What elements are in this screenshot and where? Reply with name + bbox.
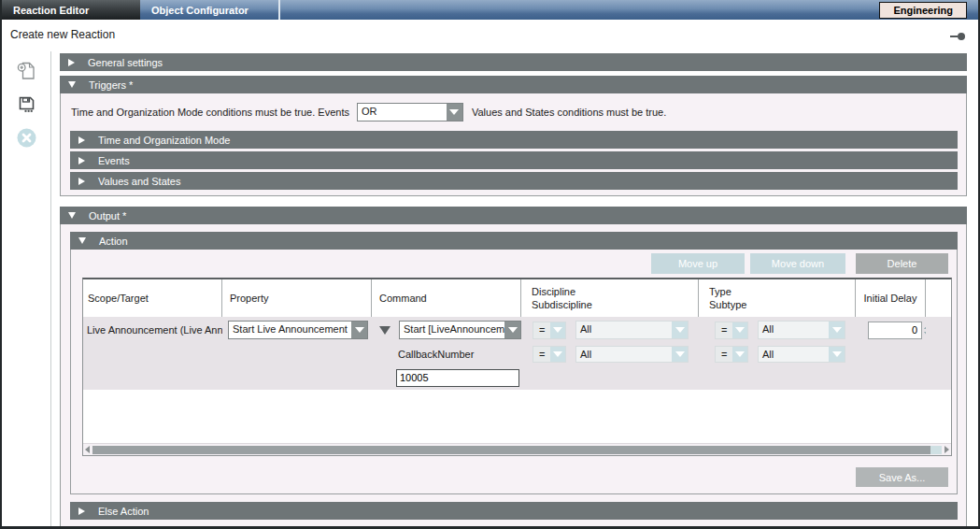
tab-label: Reaction Editor <box>13 5 89 16</box>
column-header-property: Property <box>222 279 372 317</box>
command-dropdown[interactable]: Start [LiveAnnouncement] <box>399 321 521 339</box>
column-header-command: Command <box>372 279 521 317</box>
column-header-scope-target: Scope/Target <box>83 279 222 317</box>
page-title: Create new Reaction <box>10 28 115 41</box>
chevron-down-icon <box>829 322 845 338</box>
chevron-down-icon <box>78 237 86 244</box>
section-output: Output * Action Move up Move down Delete <box>60 207 967 528</box>
chevron-down-icon <box>732 347 747 362</box>
move-up-button[interactable]: Move up <box>651 253 745 274</box>
save-as-row: Save As... <box>71 456 957 493</box>
column-header-type: TypeSubtype <box>699 279 856 317</box>
left-toolbar <box>2 51 51 529</box>
save-as-button[interactable]: Save As... <box>856 467 948 487</box>
title-row: Create new Reaction <box>2 20 978 51</box>
command-expander-icon[interactable] <box>379 326 391 335</box>
subdiscipline-dropdown[interactable]: All <box>575 346 689 363</box>
subdiscipline-operator-dropdown[interactable]: = <box>533 346 566 363</box>
parameter-label: CallbackNumber <box>372 349 474 360</box>
events-operator-dropdown[interactable]: OR <box>357 103 463 122</box>
chevron-right-icon <box>68 59 75 66</box>
chevron-down-icon <box>550 322 565 338</box>
section-time-organization-mode[interactable]: Time and Organization Mode <box>70 131 958 149</box>
section-action: Action Move up Move down Delete Scope/Ta… <box>70 232 958 494</box>
section-triggers-header[interactable]: Triggers * <box>60 76 967 93</box>
scroll-right-icon[interactable] <box>944 446 949 453</box>
save-icon[interactable] <box>15 93 37 115</box>
app-window: Reaction Editor Object Configurator Engi… <box>0 0 980 529</box>
discipline-dropdown[interactable]: All <box>575 321 689 339</box>
type-operator-dropdown[interactable]: = <box>715 322 748 339</box>
chevron-down-icon <box>732 322 747 338</box>
chevron-down-icon <box>672 322 688 338</box>
chevron-down-icon <box>351 322 367 338</box>
action-button-row: Move up Move down Delete <box>71 250 957 274</box>
trigger-condition-row: Time and Organization Mode conditions mu… <box>71 103 958 122</box>
output-body: Action Move up Move down Delete Scope/Ta… <box>61 224 966 527</box>
column-header-discipline: DisciplineSubdiscipline <box>521 279 699 317</box>
scrollbar-track-rest <box>930 446 942 454</box>
chevron-right-icon <box>78 136 85 144</box>
spinner-arrows[interactable] <box>924 324 926 336</box>
section-events[interactable]: Events <box>70 151 958 169</box>
callback-number-input[interactable] <box>396 369 519 387</box>
chevron-down-icon <box>68 81 76 88</box>
scope-target-value: Live Announcement (Live Announcement) <box>83 324 222 336</box>
property-dropdown[interactable]: Start Live Announcement <box>228 321 368 339</box>
pin-icon[interactable] <box>950 33 965 40</box>
condition-text-after: Values and States conditions must be tru… <box>472 107 666 118</box>
tab-reaction-editor[interactable]: Reaction Editor <box>2 0 140 20</box>
editor-content: General settings Triggers * Time and Org… <box>51 51 978 529</box>
chevron-down-icon <box>829 347 845 362</box>
close-icon[interactable] <box>15 126 37 149</box>
chevron-right-icon <box>78 157 85 164</box>
move-down-button[interactable]: Move down <box>750 253 845 274</box>
condition-text-before: Time and Organization Mode conditions mu… <box>71 107 349 118</box>
table-header-row: Scope/Target Property Command Discipline… <box>83 279 951 317</box>
table-row: Live Announcement (Live Announcement) St… <box>83 317 951 390</box>
chevron-down-icon <box>68 212 76 219</box>
section-general-settings[interactable]: General settings <box>60 53 967 71</box>
section-output-header[interactable]: Output * <box>60 207 967 224</box>
initial-delay-input[interactable] <box>868 322 922 339</box>
section-action-header[interactable]: Action <box>70 232 958 250</box>
triggers-body: Time and Organization Mode conditions mu… <box>61 93 966 195</box>
chevron-down-icon <box>550 347 565 362</box>
new-document-icon[interactable] <box>15 59 37 81</box>
scroll-left-icon[interactable] <box>85 446 90 453</box>
chevron-right-icon <box>78 508 85 515</box>
column-header-spacer <box>926 279 951 317</box>
chevron-down-icon <box>672 347 688 362</box>
tab-object-configurator[interactable]: Object Configurator <box>140 0 280 20</box>
chevron-right-icon <box>78 178 85 185</box>
tab-label: Object Configurator <box>151 5 249 16</box>
chevron-down-icon <box>504 322 520 338</box>
delete-button[interactable]: Delete <box>856 253 948 274</box>
scrollbar-thumb[interactable] <box>92 446 930 454</box>
action-table: Scope/Target Property Command Discipline… <box>82 278 952 456</box>
subtype-dropdown[interactable]: All <box>758 346 845 363</box>
discipline-operator-dropdown[interactable]: = <box>533 322 566 339</box>
horizontal-scrollbar[interactable] <box>83 443 951 455</box>
subtype-operator-dropdown[interactable]: = <box>715 346 748 363</box>
main-area: General settings Triggers * Time and Org… <box>2 51 978 529</box>
engineering-mode-button[interactable]: Engineering <box>879 2 967 19</box>
chevron-down-icon <box>447 104 462 121</box>
type-dropdown[interactable]: All <box>758 321 845 339</box>
section-else-action[interactable]: Else Action <box>70 502 958 520</box>
section-triggers: Triggers * Time and Organization Mode co… <box>60 76 967 196</box>
table-empty-area <box>83 390 951 443</box>
section-values-and-states[interactable]: Values and States <box>70 172 958 190</box>
column-header-initial-delay: Initial Delay <box>856 279 926 317</box>
top-tab-bar: Reaction Editor Object Configurator Engi… <box>2 0 978 20</box>
